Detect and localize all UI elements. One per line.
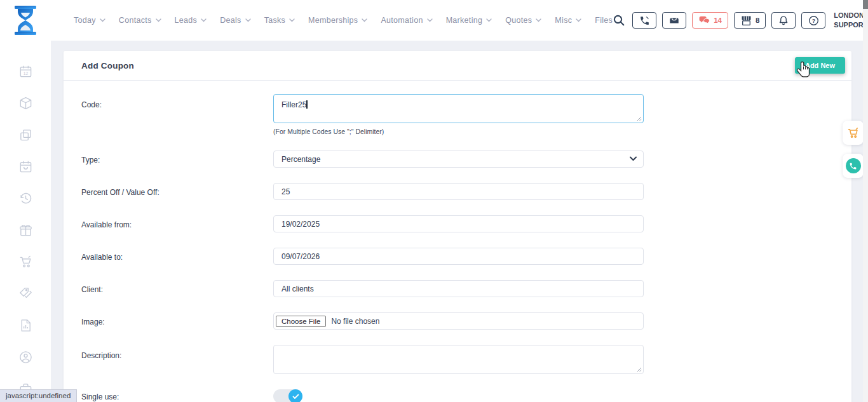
sidebar-item-report[interactable] (18, 318, 33, 333)
chat-button[interactable]: 14 (692, 12, 728, 29)
nav-item-marketing[interactable]: Marketing (446, 16, 492, 25)
single-use-row: Single use: (81, 389, 851, 402)
resize-grip-icon[interactable] (637, 116, 642, 121)
add-coupon-card: Add Coupon Add New Code: Filler25 (For M… (64, 51, 851, 402)
chevron-down-icon (289, 18, 295, 22)
help-button[interactable]: ? (801, 12, 825, 29)
sidebar-item-calendar[interactable]: 12 (18, 64, 33, 79)
available-from-row: Available from: (81, 215, 851, 232)
nav-item-files[interactable]: Files (595, 16, 613, 25)
type-label: Type: (81, 156, 100, 164)
type-row: Type: Percentage (81, 151, 851, 168)
single-use-label: Single use: (81, 392, 119, 401)
notifications-button[interactable] (771, 12, 796, 29)
image-label: Image: (81, 318, 105, 326)
chevron-down-icon (362, 18, 367, 22)
chevron-down-icon (486, 18, 492, 22)
scrollbar-thumb[interactable] (863, 0, 868, 9)
floating-cart-button[interactable] (843, 121, 864, 145)
nav-item-memberships[interactable]: Memberships (308, 16, 367, 25)
code-textarea[interactable]: Filler25 (273, 94, 644, 123)
resize-grip-icon[interactable] (637, 367, 642, 372)
chevron-down-icon (100, 18, 105, 22)
toggle-knob (288, 389, 302, 402)
percent-row: Percent Off / Value Off: (81, 183, 851, 200)
page-title: Add Coupon (81, 61, 134, 70)
code-row: Code: Filler25 (For Multiple Codes Use "… (81, 94, 851, 135)
check-icon (292, 394, 299, 399)
phone-circle (846, 158, 861, 173)
sidebar-item-gift[interactable] (18, 223, 33, 238)
nav-item-leads[interactable]: Leads (175, 16, 207, 25)
client-row: Client: (81, 280, 851, 297)
available-to-label: Available to: (81, 253, 123, 262)
nav-item-tasks[interactable]: Tasks (264, 16, 295, 25)
store-button[interactable]: 8 (734, 12, 766, 29)
sidebar-item-copy[interactable] (18, 128, 33, 142)
svg-text:12: 12 (23, 71, 28, 76)
nav-item-today[interactable]: Today (74, 16, 105, 25)
code-helper-text: (For Multiple Codes Use ";" Delimiter) (273, 128, 644, 135)
coupon-form: Code: Filler25 (For Multiple Codes Use "… (64, 81, 851, 402)
available-from-input[interactable] (273, 215, 644, 232)
left-sidebar: 12 (0, 41, 51, 402)
description-label: Description: (81, 351, 121, 360)
percent-input[interactable] (273, 183, 644, 200)
sidebar-item-calendar-event[interactable] (18, 159, 33, 174)
percent-label: Percent Off / Value Off: (81, 188, 159, 197)
add-new-button[interactable]: Add New (795, 57, 845, 74)
chevron-down-icon (536, 18, 541, 22)
choose-file-button[interactable]: Choose File (276, 316, 326, 327)
text-caret (306, 100, 308, 109)
type-select[interactable]: Percentage (273, 151, 644, 168)
chat-count-badge: 14 (714, 17, 722, 24)
card-header: Add Coupon Add New (64, 51, 851, 81)
app-logo-hourglass-icon[interactable] (13, 5, 38, 36)
phone-icon (639, 15, 650, 26)
sidebar-item-cart[interactable] (18, 255, 33, 269)
nav-item-automation[interactable]: Automation (381, 16, 432, 25)
chevron-down-icon (245, 18, 251, 22)
nav-item-quotes[interactable]: Quotes (505, 16, 541, 25)
available-from-label: Available from: (81, 220, 132, 229)
nav-item-contacts[interactable]: Contacts (119, 16, 161, 25)
floating-phone-button[interactable] (843, 154, 864, 178)
inbox-icon (668, 15, 680, 25)
search-icon[interactable] (613, 14, 625, 27)
available-to-input[interactable] (273, 248, 644, 265)
sidebar-item-account[interactable] (18, 350, 33, 365)
client-input[interactable] (273, 280, 644, 297)
single-use-toggle[interactable] (273, 389, 302, 402)
nav-item-deals[interactable]: Deals (220, 16, 250, 25)
header-actions: 14 8 ? LONDON SUPPORT (613, 9, 868, 32)
status-bar-link-preview: javascript:undefined (0, 389, 77, 402)
scrollbar-track[interactable] (863, 0, 868, 402)
bell-icon (778, 15, 789, 26)
sidebar-item-package[interactable] (18, 96, 33, 111)
main-nav: Today Contacts Leads Deals Tasks Members… (74, 16, 613, 25)
chevron-down-icon (630, 156, 637, 161)
description-row: Description: (81, 345, 851, 374)
image-file-field[interactable]: Choose File No file chosen (273, 312, 644, 330)
file-status-text: No file chosen (331, 317, 379, 326)
cart-icon (846, 126, 860, 140)
storefront-icon (740, 15, 752, 26)
chat-bubbles-icon (698, 15, 710, 25)
chevron-down-icon (576, 18, 581, 22)
phone-icon (849, 162, 857, 170)
chevron-down-icon (427, 18, 433, 22)
client-label: Client: (81, 285, 103, 294)
chevron-down-icon (156, 18, 161, 22)
dialer-button[interactable] (632, 12, 656, 29)
inbox-button[interactable] (662, 12, 686, 29)
code-label: Code: (81, 100, 102, 109)
image-row: Image: Choose File No file chosen (81, 312, 851, 330)
help-icon: ? (808, 15, 819, 26)
available-to-row: Available to: (81, 248, 851, 265)
sidebar-item-tags[interactable] (18, 286, 33, 301)
description-textarea[interactable] (273, 345, 644, 374)
sidebar-item-history[interactable] (18, 191, 33, 206)
store-count-badge: 8 (756, 17, 759, 24)
top-bar: Today Contacts Leads Deals Tasks Members… (0, 0, 868, 41)
nav-item-misc[interactable]: Misc (555, 16, 581, 25)
